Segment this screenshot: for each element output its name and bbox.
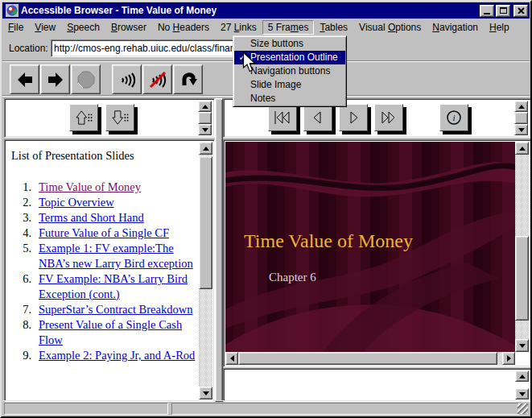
maximize-button[interactable] — [496, 5, 510, 17]
notes-content — [225, 370, 515, 399]
browser-window: Accessible Browser - Time Value of Money… — [0, 0, 532, 418]
last-slide-button[interactable] — [374, 104, 403, 131]
menu-item-presentation-outline[interactable]: ✓Presentation Outline — [234, 51, 345, 64]
status-cell-left — [4, 403, 168, 415]
menu-help[interactable]: Help — [484, 20, 515, 35]
previous-slide-outline-button[interactable] — [69, 104, 98, 131]
slide-down-outline-icon — [110, 110, 130, 126]
notes-scrollbar[interactable] — [515, 370, 529, 399]
menu-visual-options[interactable]: Visual Options — [353, 20, 427, 35]
list-item: 9.Example 2: Paying Jr, and A-Rod — [6, 348, 199, 363]
scroll-up-icon[interactable] — [515, 370, 529, 382]
scroll-down-icon[interactable] — [199, 387, 212, 399]
slide-link-1[interactable]: Time Value of Money — [39, 180, 144, 195]
frames-dropdown-menu: Size buttons ✓Presentation Outline Navig… — [233, 35, 347, 107]
scrollbar-thumb[interactable] — [514, 112, 528, 124]
slide-link-8[interactable]: Present Value of a Single Cash Flow — [39, 317, 199, 348]
next-slide-outline-button[interactable] — [105, 104, 134, 131]
list-item: 3.Terms and Short Hand — [6, 210, 199, 226]
scroll-down-icon[interactable] — [198, 124, 212, 135]
next-slide-icon — [344, 110, 363, 125]
speak-button[interactable] — [112, 64, 142, 94]
scrollbar-track[interactable] — [515, 155, 529, 339]
back-button[interactable] — [10, 64, 39, 94]
scrollbar-thumb[interactable] — [198, 112, 212, 124]
menu-no-headers[interactable]: No Headers — [152, 20, 215, 35]
slide-link-6[interactable]: FV Example: NBA’s Larry Bird Exception (… — [39, 271, 199, 302]
slide-link-3[interactable]: Terms and Short Hand — [39, 210, 147, 226]
notes-frame — [223, 368, 531, 402]
slide-link-7[interactable]: SuperStar’s Contract Breakdown — [39, 302, 196, 317]
menu-view[interactable]: View — [29, 20, 61, 35]
stop-octagon-icon — [76, 70, 96, 89]
minimize-icon — [484, 13, 490, 14]
status-cell-main — [171, 403, 519, 415]
back-arrow-icon — [15, 70, 35, 89]
resize-grip-icon[interactable] — [518, 404, 528, 414]
window-title: Accessible Browser - Time Value of Money — [21, 5, 478, 16]
menu-speech[interactable]: Speech — [61, 20, 105, 35]
scroll-down-icon[interactable] — [514, 124, 528, 135]
scrollbar-thumb[interactable] — [515, 236, 529, 321]
menu-browser[interactable]: Browser — [105, 20, 152, 35]
maximize-icon — [500, 7, 507, 14]
forward-button[interactable] — [40, 64, 70, 94]
menu-27-links[interactable]: 27 Links — [215, 20, 262, 35]
slide-link-9[interactable]: Example 2: Paying Jr, and A-Rod — [39, 348, 198, 363]
scroll-left-icon[interactable] — [225, 352, 238, 365]
frame-splitter[interactable] — [215, 98, 223, 402]
stop-button[interactable] — [71, 64, 101, 94]
minimize-button[interactable] — [480, 5, 494, 17]
scrollbar-track[interactable] — [238, 352, 502, 365]
last-slide-icon — [379, 110, 398, 125]
speech-muted-icon — [148, 70, 167, 89]
next-slide-button[interactable] — [339, 104, 368, 131]
menu-navigation[interactable]: Navigation — [427, 20, 484, 35]
menu-item-size-buttons[interactable]: Size buttons — [234, 37, 345, 51]
scrollbar-thumb[interactable] — [238, 352, 497, 365]
slide-link-5[interactable]: Example 1: FV example:The NBA’s new Larr… — [39, 241, 199, 271]
outline-header-scrollbar[interactable] — [198, 101, 212, 135]
first-slide-button[interactable] — [268, 104, 297, 131]
slide-horizontal-scrollbar[interactable] — [225, 352, 515, 365]
menu-5-frames[interactable]: 5 Frames — [262, 20, 315, 35]
scroll-right-icon[interactable] — [502, 352, 515, 365]
status-bar — [2, 400, 530, 416]
close-button[interactable] — [513, 5, 528, 17]
location-label: Location: — [9, 43, 48, 54]
previous-slide-button[interactable] — [303, 104, 332, 131]
scroll-down-icon[interactable] — [515, 388, 529, 399]
outline-header-frame — [4, 98, 215, 138]
menu-tables[interactable]: Tables — [314, 20, 353, 35]
svg-text:i: i — [452, 113, 455, 122]
presentation-outline-frame: List of Presentation Slides 1.Time Value… — [4, 139, 215, 402]
slide-link-4[interactable]: Future Value of a Single CF — [39, 226, 172, 241]
checkmark-icon: ✓ — [234, 51, 250, 64]
scrollbar-thumb[interactable] — [199, 156, 212, 289]
info-icon: i — [445, 109, 463, 126]
menu-item-notes[interactable]: Notes — [234, 92, 345, 106]
menu-bar: File View Speech Browser No Headers 27 L… — [2, 19, 530, 35]
list-item: 6.FV Example: NBA’s Larry Bird Exception… — [6, 271, 199, 302]
scroll-up-icon[interactable] — [199, 142, 212, 155]
menu-file[interactable]: File — [2, 20, 29, 35]
list-item: 4.Future Value of a Single CF — [6, 226, 199, 241]
reload-button[interactable] — [173, 64, 203, 94]
scroll-up-icon[interactable] — [198, 101, 212, 112]
scrollbar-track[interactable] — [199, 155, 212, 387]
slide-link-2[interactable]: Topic Overview — [39, 195, 118, 210]
menu-item-slide-image[interactable]: Slide Image — [234, 78, 345, 92]
menu-item-navigation-buttons[interactable]: Navigation buttons — [234, 64, 345, 78]
mute-speech-button[interactable] — [142, 64, 172, 94]
info-button[interactable]: i — [439, 104, 468, 131]
slide-vertical-scrollbar[interactable] — [515, 142, 529, 352]
slide-image: Time Value of Money Chapter 6 — [225, 142, 515, 352]
scroll-down-icon[interactable] — [515, 339, 529, 352]
outline-scrollbar[interactable] — [199, 142, 212, 399]
title-bar[interactable]: Accessible Browser - Time Value of Money — [2, 2, 530, 19]
list-item: 8.Present Value of a Single Cash Flow — [6, 317, 199, 348]
first-slide-icon — [273, 110, 292, 125]
navigation-header-scrollbar[interactable] — [514, 101, 528, 135]
scroll-up-icon[interactable] — [514, 101, 528, 112]
scroll-up-icon[interactable] — [515, 142, 529, 155]
